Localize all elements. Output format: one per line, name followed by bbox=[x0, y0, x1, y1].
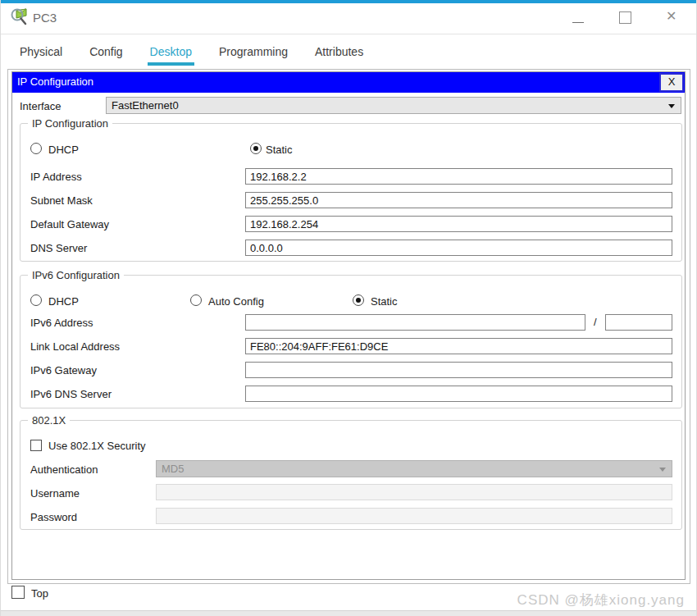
maximize-icon[interactable] bbox=[619, 11, 631, 24]
close-icon[interactable]: ✕ bbox=[666, 8, 676, 24]
ipv6-address-label: IPv6 Address bbox=[30, 317, 93, 329]
interface-dropdown[interactable]: FastEthernet0 bbox=[106, 97, 681, 114]
dns-server-label: DNS Server bbox=[30, 242, 87, 254]
dns-server-input[interactable] bbox=[245, 240, 672, 256]
link-local-address-label: Link Local Address bbox=[30, 340, 120, 353]
ipv4-static-label: Static bbox=[266, 144, 293, 156]
link-local-address-input[interactable] bbox=[245, 338, 672, 354]
ipv6-group-legend: IPv6 Configuration bbox=[28, 269, 124, 281]
dialog-title: IP Configuration bbox=[17, 75, 93, 88]
ipv4-static-radio[interactable] bbox=[250, 143, 262, 154]
tab-physical[interactable]: Physical bbox=[17, 45, 65, 66]
ipv6-static-label: Static bbox=[371, 295, 398, 308]
packet-tracer-magnifier-icon bbox=[10, 7, 30, 26]
ipv4-dhcp-label: DHCP bbox=[48, 144, 79, 156]
ipv6-autoconfig-label: Auto Config bbox=[208, 295, 264, 308]
subnet-mask-label: Subnet Mask bbox=[30, 194, 93, 207]
ipv6-prefix-input[interactable] bbox=[605, 314, 672, 331]
dot1x-security-checkbox[interactable] bbox=[30, 440, 42, 451]
ipv6-gateway-label: IPv6 Gateway bbox=[30, 364, 97, 376]
tab-desktop[interactable]: Desktop bbox=[148, 45, 194, 66]
tab-bar: Physical Config Desktop Programming Attr… bbox=[17, 39, 366, 66]
interface-dropdown-value: FastEthernet0 bbox=[112, 99, 179, 112]
top-checkbox-label: Top bbox=[31, 587, 48, 600]
password-input bbox=[156, 508, 672, 524]
chevron-down-icon bbox=[668, 104, 675, 108]
ipv6-dns-server-input[interactable] bbox=[245, 386, 672, 402]
ip-configuration-dialog: IP Configuration X Interface FastEtherne… bbox=[11, 71, 686, 580]
interface-label: Interface bbox=[20, 100, 61, 112]
chevron-down-icon bbox=[659, 468, 666, 472]
window-bottom-edge bbox=[1, 610, 697, 616]
ipv6-dns-server-label: IPv6 DNS Server bbox=[30, 388, 112, 400]
ipv6-dhcp-radio[interactable] bbox=[30, 294, 42, 306]
username-input bbox=[156, 484, 672, 500]
tab-attributes[interactable]: Attributes bbox=[312, 45, 366, 66]
ipv6-gateway-input[interactable] bbox=[245, 362, 672, 378]
minimize-icon[interactable] bbox=[572, 22, 584, 23]
ipv6-prefix-separator: / bbox=[594, 316, 597, 328]
tab-programming[interactable]: Programming bbox=[216, 45, 290, 66]
ipv4-group-legend: IP Configuration bbox=[28, 117, 112, 130]
tab-config[interactable]: Config bbox=[87, 45, 125, 66]
subnet-mask-input[interactable] bbox=[245, 192, 672, 208]
dialog-close-button[interactable]: X bbox=[659, 73, 684, 92]
window-top-accent bbox=[1, 0, 697, 3]
ipv6-address-input[interactable] bbox=[245, 314, 585, 331]
password-label: Password bbox=[30, 511, 77, 523]
ipv6-dhcp-label: DHCP bbox=[48, 295, 79, 308]
ipv6-autoconfig-radio[interactable] bbox=[190, 294, 202, 306]
top-checkbox[interactable] bbox=[11, 586, 25, 599]
csdn-watermark: CSDN @杨雄xiong.yang bbox=[517, 591, 685, 609]
ipv6-static-radio[interactable] bbox=[353, 294, 364, 306]
default-gateway-label: Default Gateway bbox=[30, 218, 109, 230]
default-gateway-input[interactable] bbox=[245, 216, 672, 232]
dot1x-group-legend: 802.1X bbox=[28, 414, 70, 427]
authentication-dropdown-value: MD5 bbox=[162, 463, 184, 475]
titlebar-divider bbox=[1, 34, 697, 34]
username-label: Username bbox=[30, 487, 80, 500]
pc3-window: PC3 ✕ Physical Config Desktop Programmin… bbox=[0, 0, 697, 616]
window-title: PC3 bbox=[33, 11, 57, 25]
ipv4-dhcp-radio[interactable] bbox=[30, 143, 42, 154]
ip-address-input[interactable] bbox=[245, 168, 672, 185]
authentication-label: Authentication bbox=[30, 463, 98, 476]
ip-address-label: IP Address bbox=[30, 171, 82, 183]
authentication-dropdown: MD5 bbox=[156, 460, 672, 477]
dot1x-security-label: Use 802.1X Security bbox=[48, 440, 146, 452]
dialog-titlebar: IP Configuration bbox=[12, 72, 685, 93]
